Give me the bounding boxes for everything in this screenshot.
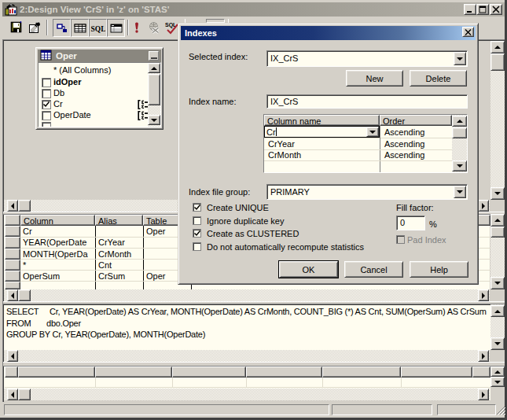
scroll-down-button[interactable]: [148, 115, 160, 125]
grid-cell[interactable]: YEAR(OperDate: [20, 237, 94, 249]
grid-cell[interactable]: CrSum: [96, 271, 142, 282]
show-sql-pane-button[interactable]: SQL: [89, 19, 107, 37]
scroll-down-button[interactable]: [490, 187, 505, 200]
grid-row-header[interactable]: [5, 237, 20, 249]
grid-cell[interactable]: Ascending: [382, 127, 445, 138]
combo-dropdown-button[interactable]: [454, 186, 466, 198]
grid-column-header[interactable]: Column name: [264, 115, 380, 126]
results-pane-vscrollbar[interactable]: [490, 367, 505, 387]
column-list-item[interactable]: OperDate: [39, 110, 160, 121]
column-list-item[interactable]: * (All Columns): [39, 65, 160, 76]
grid-cell[interactable]: CrYear: [96, 237, 142, 249]
grid-cell[interactable]: Cr: [20, 226, 94, 237]
grid-cell[interactable]: CrYear: [266, 138, 368, 149]
grid-row-header[interactable]: [5, 226, 20, 237]
scroll-up-button[interactable]: [490, 41, 505, 53]
sql-pane-vscrollbar[interactable]: [490, 304, 505, 350]
scroll-right-button[interactable]: [478, 289, 489, 301]
dialog-titlebar[interactable]: Indexes: [181, 26, 476, 40]
grid-cell[interactable]: CrMonth: [96, 249, 142, 260]
save-button[interactable]: [7, 19, 25, 36]
table-card-vscrollbar[interactable]: [148, 63, 160, 127]
no-recompute-statistics-checkbox[interactable]: [193, 242, 201, 251]
scrollbar-thumb[interactable]: [18, 289, 31, 301]
scroll-left-button[interactable]: [7, 289, 18, 301]
help-button[interactable]: Help: [410, 261, 468, 278]
new-button[interactable]: New: [346, 70, 403, 87]
delete-button[interactable]: Delete: [410, 70, 467, 87]
results-column-header[interactable]: [322, 367, 401, 378]
close-button[interactable]: [490, 4, 502, 15]
grid-row-header[interactable]: [5, 260, 20, 271]
grid-row-header[interactable]: [5, 282, 20, 289]
fill-factor-field[interactable]: 0: [396, 216, 425, 230]
scrollbar-thumb[interactable]: [18, 200, 31, 212]
cancel-execution-button[interactable]: [145, 19, 163, 36]
selected-index-combobox[interactable]: IX_CrS: [266, 50, 468, 67]
scroll-right-button[interactable]: [478, 389, 489, 400]
grid-cell[interactable]: Cnt: [96, 260, 142, 271]
grid-cell[interactable]: Ascending: [382, 149, 445, 160]
show-results-pane-button[interactable]: [107, 19, 125, 37]
scrollbar-thumb[interactable]: [490, 227, 505, 238]
sql-pane[interactable]: SELECT Cr, YEAR(OperDate) AS CrYear, MON…: [3, 304, 490, 350]
minimize-button[interactable]: [464, 4, 476, 15]
scrollbar-thumb[interactable]: [148, 74, 160, 105]
results-column-header[interactable]: [18, 367, 95, 378]
cancel-button[interactable]: Cancel: [344, 261, 403, 278]
grid-cell[interactable]: MONTH(OperDa: [20, 249, 94, 260]
column-checkbox[interactable]: [42, 111, 51, 120]
sql-text[interactable]: SELECT Cr, YEAR(OperDate) AS CrYear, MON…: [6, 306, 487, 341]
column-checkbox[interactable]: [42, 122, 51, 127]
results-column-header[interactable]: [246, 367, 322, 378]
column-list-item[interactable]: Db: [39, 88, 160, 99]
grid-cell[interactable]: OperSum: [20, 271, 94, 282]
show-grid-pane-button[interactable]: [71, 19, 89, 37]
resize-grip[interactable]: [496, 406, 505, 417]
column-list-item[interactable]: idOper: [39, 77, 160, 88]
grid-cell[interactable]: [96, 226, 142, 237]
create-unique-checkbox[interactable]: [193, 203, 201, 212]
column-name-edit-combo[interactable]: Cr: [264, 126, 380, 138]
table-card-titlebar[interactable]: Oper: [38, 50, 161, 62]
scroll-up-button[interactable]: [452, 116, 467, 127]
column-checkbox[interactable]: [42, 89, 51, 98]
scroll-up-button[interactable]: [490, 367, 505, 377]
scroll-right-button[interactable]: [478, 200, 489, 212]
create-as-clustered-checkbox[interactable]: [193, 229, 201, 238]
grid-cell[interactable]: CrMonth: [266, 149, 368, 160]
combo-dropdown-button[interactable]: [366, 127, 379, 137]
scroll-down-button[interactable]: [490, 337, 505, 350]
scroll-down-button[interactable]: [452, 160, 467, 171]
sql-pane-hscrollbar[interactable]: [4, 350, 490, 362]
scrollbar-thumb[interactable]: [452, 127, 467, 138]
maximize-button[interactable]: [476, 4, 489, 15]
grid-cell[interactable]: Ascending: [382, 138, 445, 149]
grid-column-header[interactable]: Column: [20, 215, 95, 226]
scroll-up-button[interactable]: [148, 63, 160, 73]
combo-dropdown-button[interactable]: [454, 52, 466, 65]
results-column-header[interactable]: [172, 367, 246, 378]
table-card-minimize-button[interactable]: [149, 51, 159, 61]
column-list-item[interactable]: Cr: [39, 99, 160, 110]
scroll-left-button[interactable]: [7, 200, 18, 212]
show-diagram-pane-button[interactable]: [53, 19, 71, 37]
scroll-up-button[interactable]: [490, 214, 505, 227]
diagram-pane-vscrollbar[interactable]: [490, 41, 505, 200]
grid-column-header[interactable]: Alias: [95, 215, 143, 226]
results-column-header[interactable]: [95, 367, 172, 378]
scroll-left-button[interactable]: [7, 350, 18, 362]
grid-column-header[interactable]: Order: [380, 115, 452, 126]
grid-pane-hscrollbar[interactable]: [4, 289, 490, 301]
grid-row-header[interactable]: [5, 271, 20, 282]
run-button[interactable]: [127, 19, 145, 36]
window-titlebar[interactable]: 2:Design View 'CrS' in 'z' on 'STAS': [2, 2, 505, 17]
results-pane-hscrollbar[interactable]: [4, 389, 490, 400]
grid-row-header[interactable]: [5, 249, 20, 260]
table-card-oper[interactable]: Oper * (All Columns) idOper Db: [35, 47, 163, 130]
scrollbar-thumb[interactable]: [490, 53, 505, 71]
index-name-field[interactable]: IX_CrS: [266, 94, 468, 109]
scroll-left-button[interactable]: [7, 389, 18, 400]
grid-cell[interactable]: *: [20, 260, 94, 271]
scroll-down-button[interactable]: [490, 377, 505, 387]
